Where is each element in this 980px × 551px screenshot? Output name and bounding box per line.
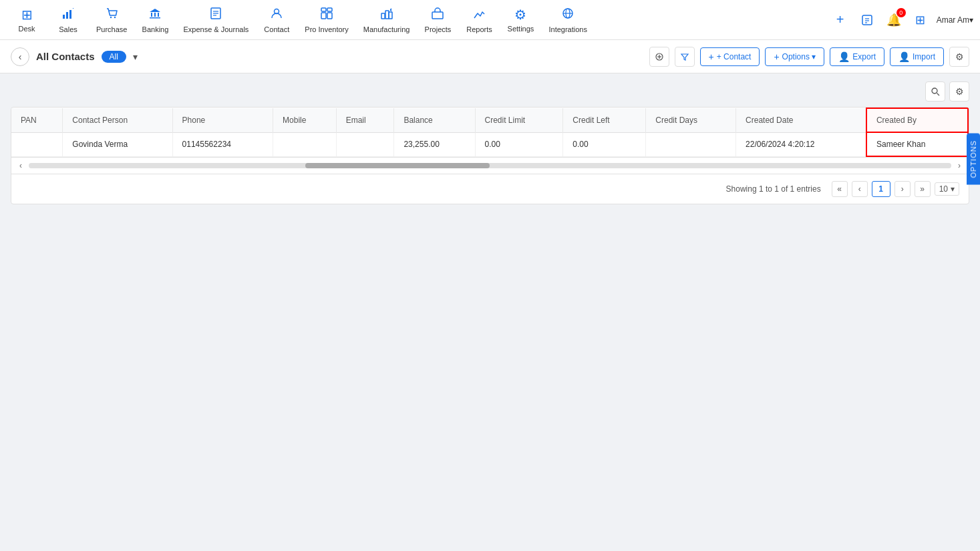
- nav-reports[interactable]: Reports: [459, 3, 499, 37]
- import-label: Import: [913, 52, 935, 61]
- nav-pro-inventory[interactable]: Pro Inventory: [298, 3, 355, 37]
- page-size-select[interactable]: 10 ▾: [935, 182, 959, 196]
- cell-created-by: Sameer Khan: [866, 132, 968, 156]
- svg-rect-26: [862, 15, 872, 25]
- cell-credit-days: [646, 132, 736, 156]
- nav-integrations[interactable]: Integrations: [542, 3, 593, 37]
- options-label: Options ▾: [782, 52, 816, 61]
- reports-icon: [472, 7, 486, 23]
- user-menu[interactable]: Amar Am▾: [937, 15, 973, 25]
- scroll-left-arrow[interactable]: ‹: [15, 160, 26, 171]
- manufacturing-icon: [380, 7, 393, 23]
- add-contact-button[interactable]: + + Contact: [700, 47, 760, 66]
- scroll-track[interactable]: [29, 163, 951, 168]
- pagination: Showing 1 to 1 of 1 entries « ‹ 1 › » 10…: [11, 174, 969, 204]
- nav-manufacturing[interactable]: Manufacturing: [357, 3, 417, 37]
- notification-badge: 0: [896, 8, 906, 17]
- nav-integrations-label: Integrations: [548, 25, 587, 33]
- banking-icon: [148, 7, 162, 23]
- filter-button[interactable]: [675, 47, 695, 67]
- next-page-button[interactable]: ›: [894, 181, 911, 197]
- cell-contact-person: Govinda Verma: [63, 132, 172, 156]
- first-page-button[interactable]: «: [832, 181, 848, 197]
- svg-rect-21: [389, 12, 392, 19]
- nav-desk[interactable]: ⊞ Desk: [7, 3, 47, 37]
- tab-all[interactable]: All: [102, 51, 126, 63]
- import-button[interactable]: 👤 Import: [890, 47, 944, 66]
- tab-dropdown[interactable]: ▾: [133, 51, 138, 62]
- add-button[interactable]: +: [830, 9, 851, 31]
- options-tab[interactable]: OPTIONS: [967, 134, 980, 185]
- projects-icon: [431, 7, 444, 23]
- svg-rect-22: [432, 12, 443, 19]
- svg-point-33: [932, 88, 937, 94]
- nav-expense-journals[interactable]: Expense & Journals: [176, 3, 255, 37]
- integrations-icon: [561, 7, 575, 23]
- table-container: PAN Contact Person Phone Mobile Email Ba…: [11, 107, 969, 204]
- col-credit-days: Credit Days: [646, 108, 736, 132]
- svg-rect-17: [321, 8, 326, 11]
- svg-rect-7: [154, 13, 156, 17]
- cell-credit-limit: 0.00: [475, 132, 563, 156]
- export-button[interactable]: [856, 9, 878, 31]
- options-button[interactable]: + Options ▾: [765, 47, 824, 66]
- column-settings-button[interactable]: ⚙: [949, 81, 969, 102]
- svg-rect-9: [150, 17, 160, 19]
- svg-rect-0: [63, 15, 65, 19]
- import-icon: 👤: [899, 51, 910, 62]
- cell-mobile: [273, 132, 337, 156]
- grid-view-button[interactable]: ⊞: [910, 9, 931, 31]
- col-credit-left: Credit Left: [563, 108, 646, 132]
- svg-rect-3: [73, 8, 73, 9]
- nav-purchase[interactable]: Purchase: [90, 3, 134, 37]
- scroll-bar: ‹ ›: [11, 157, 969, 174]
- export-contact-icon: 👤: [838, 51, 850, 62]
- col-pan: PAN: [11, 108, 63, 132]
- nav-contact[interactable]: Contact: [257, 3, 297, 37]
- back-button[interactable]: ‹: [11, 47, 29, 66]
- svg-rect-16: [327, 13, 332, 19]
- nav-settings[interactable]: ⚙ Settings: [500, 3, 540, 37]
- nav-purchase-label: Purchase: [96, 25, 127, 33]
- nav-sales[interactable]: Sales: [48, 3, 88, 37]
- nav-projects-label: Projects: [425, 25, 452, 33]
- notifications-button[interactable]: 🔔 0: [883, 9, 905, 31]
- export-contact-button[interactable]: 👤 Export: [830, 47, 884, 66]
- prev-page-button[interactable]: ‹: [852, 181, 868, 197]
- nav-banking[interactable]: Banking: [135, 3, 175, 37]
- table-header-row: PAN Contact Person Phone Mobile Email Ba…: [11, 108, 968, 132]
- scroll-right-arrow[interactable]: ›: [954, 160, 965, 171]
- svg-rect-15: [321, 13, 326, 19]
- nav-desk-label: Desk: [18, 25, 35, 33]
- svg-rect-2: [69, 10, 71, 19]
- settings-icon: ⚙: [514, 7, 526, 23]
- page-size-dropdown-icon: ▾: [951, 184, 955, 194]
- content: ⚙ PAN Contact Person Phone Mobile Email …: [0, 73, 980, 212]
- table-row[interactable]: Govinda Verma 01145562234 23,255.00 0.00…: [11, 132, 968, 156]
- nav-pro-inventory-label: Pro Inventory: [305, 25, 348, 33]
- col-email: Email: [336, 108, 394, 132]
- page-title: All Contacts: [36, 51, 95, 62]
- col-credit-limit: Credit Limit: [475, 108, 563, 132]
- search-toggle-button[interactable]: [925, 81, 945, 102]
- col-phone: Phone: [172, 108, 273, 132]
- sort-button[interactable]: [649, 47, 669, 67]
- nav-expense-journals-label: Expense & Journals: [183, 25, 249, 33]
- current-page[interactable]: 1: [872, 181, 890, 197]
- options-icon: +: [774, 51, 779, 62]
- svg-rect-6: [151, 13, 152, 17]
- header-right: + + Contact + Options ▾ 👤 Export 👤 Impor…: [649, 47, 969, 67]
- last-page-button[interactable]: »: [915, 181, 931, 197]
- nav-reports-label: Reports: [466, 25, 492, 33]
- svg-point-5: [114, 16, 116, 17]
- col-created-date: Created Date: [736, 108, 866, 132]
- table-settings-button[interactable]: ⚙: [949, 47, 969, 67]
- nav-projects[interactable]: Projects: [418, 3, 458, 37]
- contacts-table: PAN Contact Person Phone Mobile Email Ba…: [11, 108, 969, 157]
- sales-icon: [61, 7, 75, 23]
- nav-sales-label: Sales: [59, 25, 77, 33]
- pagination-info: Showing 1 to 1 of 1 entries: [726, 184, 821, 194]
- nav-settings-label: Settings: [508, 25, 534, 33]
- svg-point-4: [110, 16, 112, 17]
- scroll-thumb: [305, 163, 490, 168]
